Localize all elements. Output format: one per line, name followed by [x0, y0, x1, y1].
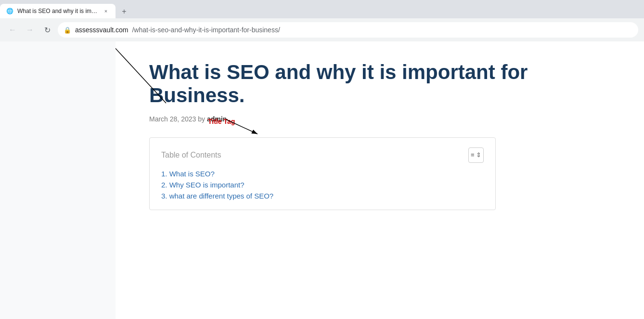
toc-header: Table of Contents ≡ ⇕: [161, 147, 484, 163]
toc-title: Table of Contents: [161, 151, 221, 160]
tab-favicon-icon: 🌐: [6, 7, 13, 15]
nav-bar: ← → ↻ 🔒 assesssvault.com/what-is-seo-and…: [0, 18, 644, 41]
toc-item-2[interactable]: 2. Why SEO is important?: [161, 181, 484, 189]
forward-button[interactable]: →: [23, 23, 37, 37]
new-tab-button[interactable]: +: [117, 5, 131, 18]
article-by: by: [198, 115, 207, 123]
tab-bar: 🌐 What is SEO and why it is import... × …: [0, 0, 644, 18]
article-author: admin: [207, 115, 227, 123]
url-domain: assesssvault.com: [75, 26, 128, 34]
toc-toggle-button[interactable]: ≡ ⇕: [468, 147, 484, 163]
reload-button[interactable]: ↻: [40, 23, 54, 37]
left-sidebar: [0, 41, 116, 319]
tab-close-button[interactable]: ×: [102, 7, 110, 15]
table-of-contents: Table of Contents ≡ ⇕ 1. What is SEO? 2.…: [149, 137, 496, 210]
url-path: /what-is-seo-and-why-it-is-important-for…: [132, 26, 280, 34]
browser-chrome: 🌐 What is SEO and why it is import... × …: [0, 0, 644, 41]
address-bar[interactable]: 🔒 assesssvault.com/what-is-seo-and-why-i…: [58, 22, 638, 38]
lock-icon: 🔒: [64, 27, 71, 34]
article-meta: March 28, 2023 by admin: [149, 115, 615, 123]
toc-item-1[interactable]: 1. What is SEO?: [161, 170, 484, 178]
tab-title: What is SEO and why it is import...: [17, 8, 98, 14]
toc-item-3[interactable]: 3. what are different types of SEO?: [161, 192, 484, 200]
page-content: Title Tag: [0, 41, 644, 319]
article-date: March 28, 2023: [149, 115, 196, 123]
reload-icon: ↻: [44, 26, 51, 35]
article-title: What is SEO and why it is important for …: [149, 61, 615, 107]
main-content: Title Tag: [116, 41, 644, 319]
forward-icon: →: [26, 26, 34, 34]
active-tab[interactable]: 🌐 What is SEO and why it is import... ×: [0, 4, 116, 18]
toc-items-list: 1. What is SEO? 2. Why SEO is important?…: [161, 170, 484, 200]
back-button[interactable]: ←: [6, 23, 19, 37]
back-icon: ←: [9, 26, 16, 34]
